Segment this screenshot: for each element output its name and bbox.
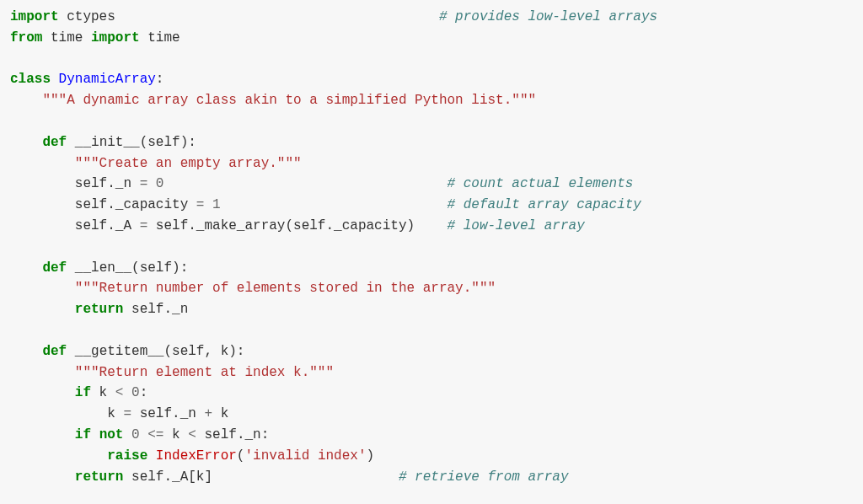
docstring: """A dynamic array class akin to a simpl… xyxy=(42,93,536,108)
punct-colon: : xyxy=(140,385,148,400)
keyword-class: class xyxy=(10,72,51,87)
number: 0 xyxy=(131,385,140,400)
module-name: time xyxy=(42,30,91,46)
operator-plus: + xyxy=(204,406,212,421)
space xyxy=(147,176,156,191)
keyword-import: import xyxy=(10,9,59,24)
expr: self._n xyxy=(75,176,140,191)
comment: # default array capacity xyxy=(448,197,641,212)
line: def __init__(self): xyxy=(10,135,196,150)
keyword-def: def xyxy=(42,135,67,150)
space xyxy=(123,385,131,400)
space xyxy=(204,197,212,212)
keyword-return: return xyxy=(75,302,124,317)
signature: (self): xyxy=(131,260,188,276)
expr: self._n: xyxy=(196,427,269,442)
identifier: time xyxy=(140,30,180,46)
line: def __len__(self): xyxy=(10,260,188,276)
number: 0 xyxy=(131,427,140,442)
comment: # low-level array xyxy=(448,218,585,233)
comment: # retrieve from array xyxy=(399,469,569,485)
expr: self._n xyxy=(123,302,188,317)
expr: k xyxy=(163,427,188,442)
expr: k xyxy=(212,406,228,421)
docstring: """Return number of elements stored in t… xyxy=(75,281,496,296)
space xyxy=(91,427,99,442)
line: """A dynamic array class akin to a simpl… xyxy=(10,93,536,108)
signature: (self): xyxy=(140,135,196,150)
expr: self._make_array(self._capacity) xyxy=(147,218,447,233)
operator-eq: = xyxy=(196,197,205,212)
line: def __getitem__(self, k): xyxy=(10,344,244,359)
keyword-return: return xyxy=(75,469,124,485)
operator-eq: = xyxy=(140,176,148,191)
line: from time import time xyxy=(10,30,180,46)
line: k = self._n + k xyxy=(10,406,228,421)
expr: self._A xyxy=(75,218,140,233)
keyword-if: if xyxy=(75,385,91,400)
pad xyxy=(221,197,448,212)
method-name: __len__ xyxy=(67,260,131,276)
number: 1 xyxy=(212,197,221,212)
method-name: __init__ xyxy=(67,135,139,150)
line: class DynamicArray: xyxy=(10,72,163,87)
code-block: import ctypes # provides low-level array… xyxy=(0,0,863,494)
keyword-if: if xyxy=(75,427,91,442)
expr: self._n xyxy=(131,406,204,421)
line: return self._A[k] # retrieve from array xyxy=(10,469,569,485)
exception-name: IndexError xyxy=(156,448,237,464)
punct-colon: : xyxy=(156,72,164,87)
space xyxy=(123,427,131,442)
line: self._n = 0 # count actual elements xyxy=(10,176,633,191)
line: return self._n xyxy=(10,302,188,317)
module-name: ctypes xyxy=(59,9,439,24)
space xyxy=(140,427,148,442)
keyword-def: def xyxy=(42,260,67,276)
line: if not 0 <= k < self._n: xyxy=(10,427,269,442)
docstring: """Create an empty array.""" xyxy=(75,156,302,171)
line: if k < 0: xyxy=(10,385,147,400)
class-name: DynamicArray xyxy=(51,72,156,87)
signature: (self, k): xyxy=(163,344,244,359)
keyword-from: from xyxy=(10,30,42,46)
number: 0 xyxy=(156,176,164,191)
line: raise IndexError('invalid index') xyxy=(10,448,374,464)
comment: # count actual elements xyxy=(448,176,634,191)
operator-lt: < xyxy=(188,427,196,442)
operator-le: <= xyxy=(147,427,163,442)
operator-eq: = xyxy=(140,218,148,233)
operator-eq: = xyxy=(123,406,131,421)
line: """Create an empty array.""" xyxy=(10,156,302,171)
keyword-not: not xyxy=(99,427,124,442)
comment: # provides low-level arrays xyxy=(439,9,657,24)
line: """Return element at index k.""" xyxy=(10,365,334,380)
pad xyxy=(163,176,447,191)
expr: k xyxy=(107,406,123,421)
line: self._capacity = 1 # default array capac… xyxy=(10,197,641,212)
expr: self._capacity xyxy=(75,197,196,212)
expr: self._A[k] xyxy=(123,469,398,485)
space xyxy=(147,448,156,464)
line: import ctypes # provides low-level array… xyxy=(10,9,657,24)
keyword-import: import xyxy=(91,30,140,46)
docstring: """Return element at index k.""" xyxy=(75,365,334,380)
keyword-raise: raise xyxy=(107,448,147,464)
keyword-def: def xyxy=(42,344,67,359)
line: """Return number of elements stored in t… xyxy=(10,281,496,296)
punct-paren: ) xyxy=(367,448,375,464)
operator-lt: < xyxy=(115,385,124,400)
string: 'invalid index' xyxy=(244,448,366,464)
method-name: __getitem__ xyxy=(67,344,163,359)
expr: k xyxy=(91,385,115,400)
line: self._A = self._make_array(self._capacit… xyxy=(10,218,585,233)
